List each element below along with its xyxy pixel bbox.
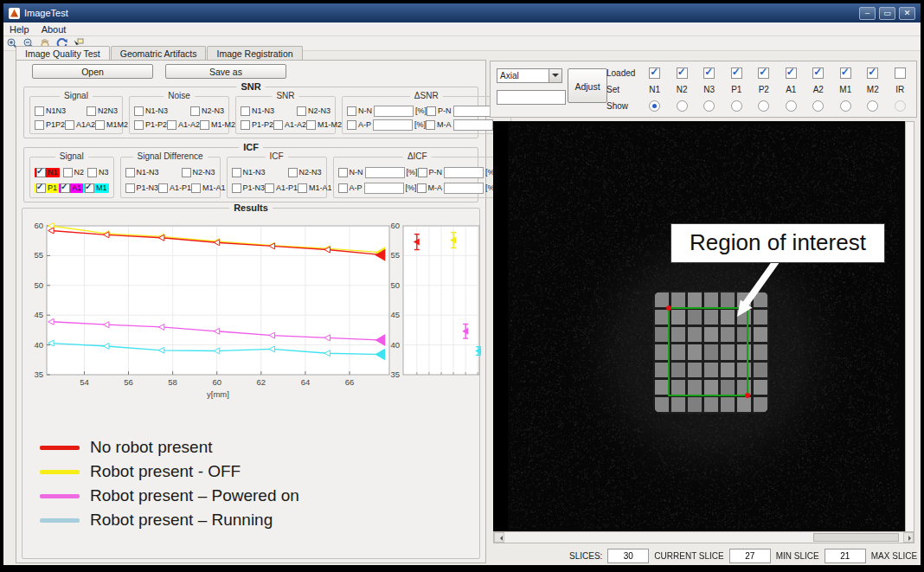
roi-corner-handle[interactable] [666,305,671,311]
svg-text:40: 40 [34,340,43,350]
checkbox-a1a2[interactable]: A1A2 [65,120,95,130]
input-m-a[interactable] [444,183,484,194]
show-radio-IR[interactable] [895,100,906,112]
checkbox-n3[interactable]: N3 [87,168,109,177]
checkbox-a-p[interactable]: A-P [347,120,371,130]
checkbox-a1-a2[interactable]: A1-A2 [273,120,306,130]
roi-rectangle[interactable] [668,307,748,396]
checkbox-n-n[interactable]: N-N [338,168,363,177]
checkbox-a1-p1[interactable]: A1-P1 [265,183,298,193]
loaded-checkbox-A1[interactable] [786,67,797,79]
checkbox-p-n[interactable]: P-N [418,168,443,177]
checkbox-p-n[interactable]: P-N [427,106,452,116]
close-button[interactable]: ✕ [899,7,915,20]
show-radio-M2[interactable] [867,100,878,112]
show-radio-A1[interactable] [786,100,797,112]
loaded-checkbox-P2[interactable] [758,67,769,79]
show-radio-P2[interactable] [758,100,769,112]
loaded-checkbox-M1[interactable] [840,67,851,79]
checkbox-n1-n3[interactable]: N1-N3 [134,106,168,116]
input-a-p[interactable] [364,183,404,194]
save-as-button[interactable]: Save as [165,64,286,79]
current-slice-label: CURRENT SLICE [654,551,723,561]
min-slice-field[interactable] [825,549,866,563]
checkbox-m1-m2[interactable]: M1-M2 [200,120,235,130]
input-p-n[interactable] [453,106,493,117]
view-value-input[interactable] [497,90,566,105]
checkbox-p1[interactable]: P1 [35,183,59,193]
show-radio-N2[interactable] [677,100,688,112]
menu-about[interactable]: About [35,24,73,35]
checkbox-a1-p1[interactable]: A1-P1 [158,183,191,193]
loaded-checkbox-N3[interactable] [703,67,715,79]
phantom-cell [704,292,718,307]
checkbox-n2-n3[interactable]: N2-N3 [182,168,215,177]
checkbox-n1-n3[interactable]: N1-N3 [241,106,274,116]
checkbox-a-p[interactable]: A-P [338,183,363,193]
scroll-left-arrow[interactable] [494,532,504,543]
checkbox-m1-a1[interactable]: M1-A1 [298,183,332,193]
checkbox-m1m2[interactable]: M1M2 [95,120,128,130]
show-radio-N1[interactable] [649,100,660,112]
view-select[interactable]: Axial [497,68,562,83]
loaded-checkbox-A2[interactable] [812,67,824,79]
loaded-checkbox-M2[interactable] [867,67,878,79]
roi-corner-handle[interactable] [745,393,750,398]
horizontal-scrollbar[interactable] [493,531,914,543]
checkbox-n1-n3[interactable]: N1-N3 [232,168,266,177]
show-radio-M1[interactable] [840,100,851,112]
chevron-down-icon[interactable] [549,69,561,82]
checkbox-n1-n3[interactable]: N1-N3 [125,168,159,177]
checkbox-n1[interactable]: N1 [35,168,60,177]
checkbox-n2-n3[interactable]: N2-N3 [297,106,330,116]
show-radio-N3[interactable] [703,100,715,112]
checkbox-label: M1M2 [106,120,128,129]
input-m-a[interactable] [453,119,493,131]
checkbox-n-n[interactable]: N-N [347,106,372,116]
subgroup-noise: NoiseN1-N3N2-N3P1-P2A1-A2M1-M2 [129,96,229,134]
checkbox-p1-p2[interactable]: P1-P2 [134,120,167,130]
checkbox-n2-n3[interactable]: N2-N3 [288,168,322,177]
scroll-right-arrow[interactable] [903,532,914,543]
input-p-n[interactable] [444,167,484,178]
vertical-scrollbar[interactable] [905,121,914,533]
checkbox-p1-n3[interactable]: P1-N3 [125,183,159,193]
checkbox-m-a[interactable]: M-A [417,183,443,193]
show-radio-P1[interactable] [731,100,742,112]
unchecked-checkbox-icon [232,168,241,177]
phantom-cell [754,380,767,395]
checkbox-a1-a2[interactable]: A1-A2 [167,120,200,130]
loaded-checkbox-N2[interactable] [677,67,688,79]
loaded-checkbox-IR[interactable] [895,67,906,79]
menu-help[interactable]: Help [3,24,35,35]
loaded-checkbox-N1[interactable] [649,67,660,79]
checkbox-m1-a1[interactable]: M1-A1 [191,183,226,193]
slice-bar: SLICES: CURRENT SLICE MIN SLICE MAX SLIC… [493,548,915,563]
checkbox-a1[interactable]: A1 [59,183,83,193]
open-button[interactable]: Open [32,64,153,79]
checkbox-m1-m2[interactable]: M1-M2 [306,120,342,130]
maximize-button[interactable]: ▭ [879,7,895,20]
scrollbar-thumb[interactable] [813,533,899,542]
minimize-button[interactable]: – [859,7,876,20]
loaded-checkbox-P1[interactable] [731,67,742,79]
legend-label: Robot present – Powered on [90,486,299,505]
checkbox-p1p2[interactable]: P1P2 [35,120,65,130]
checkbox-n2-n3[interactable]: N2-N3 [190,106,224,116]
show-radio-A2[interactable] [812,100,824,112]
adjust-button[interactable]: Adjust [568,68,607,103]
legend-item: Robot present - OFF [40,460,299,484]
checkbox-n2n3[interactable]: N2N3 [87,106,118,116]
input-a-p[interactable] [373,119,413,131]
checkbox-n2[interactable]: N2 [63,168,85,177]
current-slice-field[interactable] [729,549,771,563]
image-viewer[interactable]: Region of interest [493,121,905,531]
checkbox-p1-p2[interactable]: P1-P2 [241,120,273,130]
checkbox-m1[interactable]: M1 [83,183,109,193]
checkbox-n1n3[interactable]: N1N3 [35,106,66,116]
input-n-n[interactable] [365,167,405,178]
checkbox-m-a[interactable]: M-A [426,120,452,130]
slices-field[interactable] [607,549,649,563]
checkbox-p1-n3[interactable]: P1-N3 [232,183,266,193]
input-n-n[interactable] [374,106,414,117]
